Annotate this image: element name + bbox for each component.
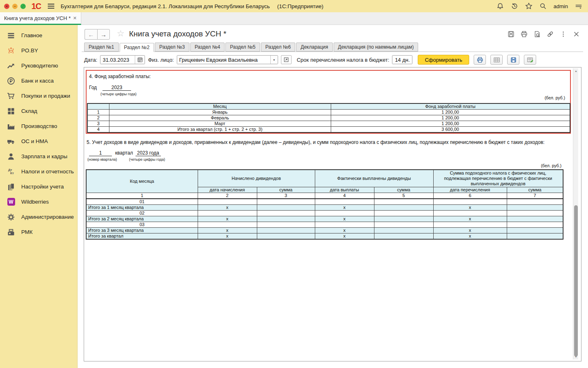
forward-button[interactable]: → <box>97 29 110 40</box>
gear-icon <box>7 213 15 221</box>
window-tab-kniga-ucheta[interactable]: Книга учета доходов УСН * ✕ <box>0 12 81 25</box>
currency-note-2: (бел. руб.) <box>541 163 561 168</box>
favorite-star-icon[interactable]: ☆ <box>117 29 125 38</box>
titlebar: 1С Бухгалтерия для Беларуси, редакция 2.… <box>0 0 588 12</box>
person-label: Физ. лицо: <box>148 57 174 63</box>
report-area: 4. Фонд заработной платы: Год2023 (четыр… <box>84 67 581 361</box>
generate-button[interactable]: Сформировать <box>418 55 469 65</box>
1c-logo: 1С <box>31 2 41 10</box>
group-accrued[interactable]: Начислено дивидендов <box>198 170 315 187</box>
year-value: 2023 <box>102 85 131 91</box>
main-menu-icon[interactable] <box>48 2 54 10</box>
table-edit-button[interactable] <box>524 55 536 65</box>
table-row-total: Итого за 3 месяц квартала x x x <box>86 228 563 233</box>
tab-razdel-3[interactable]: Раздел №3 <box>155 43 189 52</box>
table-row: 01 <box>86 199 563 205</box>
sidebar-item-sklad[interactable]: Склад <box>0 103 77 119</box>
term-input[interactable] <box>392 56 412 64</box>
navigation-buttons: ← → <box>85 29 110 40</box>
date-field-group <box>100 55 145 64</box>
sidebar-item-nastroyki-ucheta[interactable]: Настройки учета <box>0 179 77 194</box>
sidebar-item-pokupki-prodazhi[interactable]: Покупки и продажи <box>0 88 77 103</box>
link-icon[interactable] <box>547 31 554 38</box>
person-field-group: ▼ <box>177 55 278 64</box>
sidebar-item-administrirovanie[interactable]: Администрирование <box>0 209 77 224</box>
service-menu-icon[interactable] <box>575 2 582 10</box>
vertical-scrollbar[interactable]: ▲ ▼ <box>573 68 578 359</box>
favorites-icon[interactable] <box>525 2 532 10</box>
app-suffix: (1С:Предприятие) <box>277 3 323 9</box>
cash-register-icon <box>7 228 15 236</box>
person-input[interactable] <box>177 56 270 64</box>
bank-icon <box>7 77 15 85</box>
person-dropdown-button[interactable]: ▼ <box>270 56 278 64</box>
section5-title: 5. Учет доходов в виде дивидендов и дохо… <box>87 139 545 145</box>
documents-icon <box>7 183 15 191</box>
tab-razdel-1[interactable]: Раздел №1 <box>84 43 119 52</box>
person-open-button[interactable] <box>281 55 292 64</box>
user-menu[interactable]: admin <box>554 3 568 9</box>
menu-icon <box>7 31 15 40</box>
print-button[interactable] <box>474 55 486 65</box>
scroll-up-button[interactable]: ▲ <box>573 68 579 74</box>
sidebar-item-glavnoe[interactable]: Главное <box>0 28 77 43</box>
window-controls <box>4 4 26 9</box>
table-row-total: Итого за 2 месяц квартала x x x <box>86 216 563 222</box>
form-actions <box>508 31 580 38</box>
back-button[interactable]: ← <box>85 29 97 40</box>
highlight-red-frame: 4. Фонд заработной платы: Год2023 (четыр… <box>86 70 571 134</box>
notifications-icon[interactable] <box>497 2 504 10</box>
sidebar-item-bank-i-kassa[interactable]: Банк и касса <box>0 73 77 88</box>
tab-razdel-6[interactable]: Раздел №6 <box>261 43 296 52</box>
sidebar-item-wildberries[interactable]: W Wildberries <box>0 194 77 209</box>
minimize-window-button[interactable] <box>12 4 18 9</box>
tab-deklaraciya[interactable]: Декларация <box>296 43 332 52</box>
trend-icon <box>7 62 15 70</box>
tab-close-icon[interactable]: ✕ <box>72 16 78 21</box>
search-icon[interactable] <box>539 2 547 10</box>
debit-credit-icon: ДтКт <box>7 168 15 176</box>
group-tax[interactable]: Сумма подоходного налога с физических ли… <box>433 170 563 187</box>
sidebar-item-nalogi-otchetnost[interactable]: ДтКт Налоги и отчетность <box>0 164 77 179</box>
page-title: Книга учета доходов УСН * <box>129 29 226 38</box>
save-icon[interactable] <box>508 31 514 38</box>
table-settings-button[interactable] <box>490 55 503 65</box>
sidebar-item-proizvodstvo[interactable]: Производство <box>0 119 77 134</box>
history-icon[interactable] <box>511 2 518 10</box>
close-window-button[interactable] <box>4 4 9 9</box>
salary-fund-table: Месяц Фонд заработной платы 1 Январь 1 2… <box>87 103 570 133</box>
preview-icon[interactable] <box>534 31 541 38</box>
tab-razdel-4[interactable]: Раздел №4 <box>190 43 225 52</box>
warehouse-icon <box>7 107 15 115</box>
sidebar-item-os-i-nma[interactable]: ОС и НМА <box>0 134 77 149</box>
sidebar-item-poby[interactable]: PO.BY <box>0 43 77 58</box>
sidebar-item-rukovoditelyu[interactable]: Руководителю <box>0 58 77 73</box>
print-icon[interactable] <box>521 31 528 38</box>
quarter-year-hint: (четыре цифры года) <box>129 157 165 162</box>
save-report-button[interactable] <box>507 55 519 65</box>
year-hint: (четыре цифры года) <box>100 92 136 96</box>
tab-deklaraciya-naemnye[interactable]: Декларация (по наемным лицам) <box>334 43 419 52</box>
table-row: 1 Январь 1 200,00 <box>87 110 570 115</box>
tab-razdel-5[interactable]: Раздел №5 <box>225 43 260 52</box>
quarter-hint: (номер квартала) <box>87 157 117 162</box>
section-tabs: Раздел №1 Раздел №2 Раздел №3 Раздел №4 … <box>82 43 583 52</box>
more-icon[interactable] <box>560 31 567 38</box>
group-paid[interactable]: Фактически выплачены дивиденды <box>315 170 433 187</box>
table-header-row: Месяц Фонд заработной платы <box>87 103 570 110</box>
scrollbar-thumb[interactable] <box>574 205 578 357</box>
close-form-icon[interactable] <box>573 31 580 38</box>
sidebar: Главное PO.BY Руководителю Банк и касса … <box>0 25 78 368</box>
table-row: 02 <box>86 211 563 216</box>
sidebar-item-zarplata-kadry[interactable]: Зарплата и кадры <box>0 149 77 164</box>
currency-note-1: (бел. руб.) <box>545 95 565 100</box>
zoom-window-button[interactable] <box>20 4 26 9</box>
table-row: 03 <box>86 222 563 228</box>
tab-razdel-2[interactable]: Раздел №2 <box>120 43 154 52</box>
col-month-code[interactable]: Код месяца <box>86 170 198 193</box>
sidebar-item-rmk[interactable]: РМК <box>0 224 77 240</box>
calendar-button[interactable] <box>135 56 145 64</box>
date-input[interactable] <box>100 56 135 64</box>
scroll-down-button[interactable]: ▼ <box>573 354 579 359</box>
table-row-total: Итого за 1 месяц квартала x x x <box>86 205 563 211</box>
